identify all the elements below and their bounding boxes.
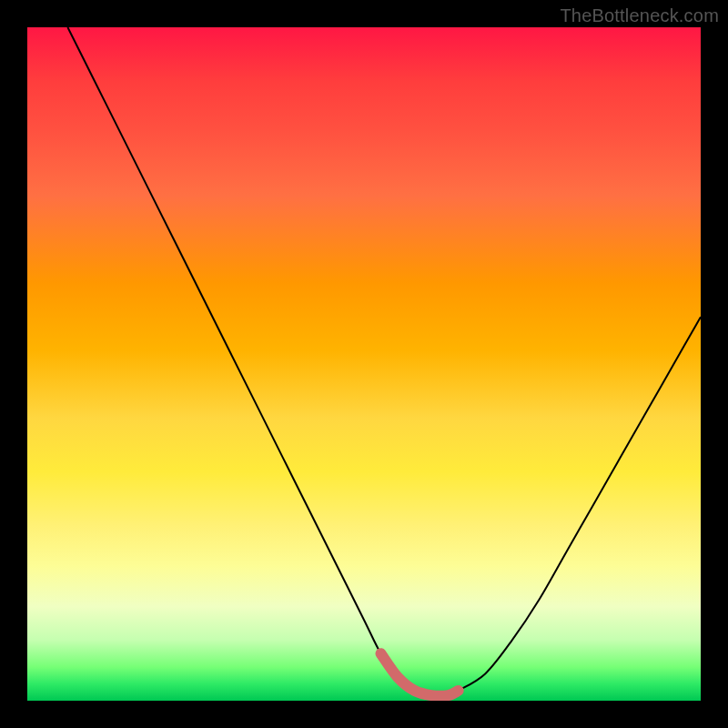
watermark-text: TheBottleneck.com bbox=[560, 5, 719, 26]
chart-container: TheBottleneck.com bbox=[0, 0, 728, 728]
optimal-zone-marker bbox=[381, 653, 459, 696]
bottleneck-curve bbox=[67, 27, 701, 696]
plot-area bbox=[27, 27, 701, 701]
curve-svg bbox=[27, 27, 701, 701]
